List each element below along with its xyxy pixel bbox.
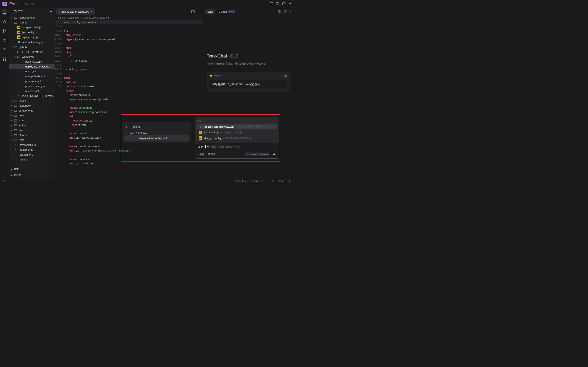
tree-item[interactable]: !npm-publish.yml [9,74,55,79]
divider [22,2,22,6]
svg-rect-16 [5,59,6,60]
breadcrumbs[interactable]: .github/ workflows/ ! deploy-site-previe… [55,16,203,20]
search-icon [25,2,28,5]
tree-item[interactable]: ▸stories [9,133,55,137]
svg-rect-24 [14,105,17,107]
image-button[interactable]: 🖼 图片 [208,153,215,156]
panel-bottom-icon[interactable] [276,2,279,6]
tree-item[interactable]: !pr_check.yml [9,79,55,83]
svg-rect-28 [14,125,17,126]
tree-item[interactable]: JSjest.config.js [9,30,55,35]
editor-tabs: ! deploy-site-preview.yml × ··· [55,8,203,16]
project-name[interactable]: 示例 [9,2,18,6]
account-icon[interactable] [288,2,292,6]
activity-debug[interactable] [2,47,7,53]
tree-item[interactable]: ▸ISSUE_TEMPLATE [9,49,55,54]
tree-item[interactable]: !build_size.yml [9,59,55,64]
chat-tabs: Chat Builder Beta × [203,8,294,16]
tree-item[interactable]: ○.browserslistrc [9,142,55,147]
more-icon[interactable]: ··· [198,10,201,13]
svg-rect-21 [17,51,20,53]
activity-grid[interactable] [2,56,7,62]
code-editor[interactable]: 1 2 3 4 5 6 7 8 9 10 11 12 13 14 15 16 1… [55,20,203,178]
tree-item[interactable]: ▾.codesandbox [9,15,55,20]
beta-badge: Beta [228,10,235,13]
sidebar-header: ▾ 文件 [9,8,55,15]
tree-item[interactable]: ⬢webpack.config.js [9,40,55,44]
encoding[interactable]: UTF-8 [261,180,268,183]
panel-left-icon[interactable] [270,2,273,6]
send-button[interactable] [272,152,277,156]
tree-item[interactable]: JSdocgen.config.js [9,25,55,30]
model-selector[interactable]: ⬡Claude-3.5-Sonnet [245,152,269,156]
tree-item[interactable]: ○.eslintignore [9,152,55,157]
activity-target[interactable] [2,19,7,25]
editor-tab[interactable]: ! deploy-site-preview.yml × [56,8,95,15]
tree-item[interactable]: ▸scripts [9,123,55,128]
suggestion-item[interactable]: JSjest.config.js .config/jest.config.js [197,129,277,135]
collapse-icon[interactable] [49,10,52,13]
tree-item[interactable]: ▸components [9,108,55,113]
tree-item[interactable]: ⬇PULL_REQUEST_TEMP... [9,93,55,98]
svg-point-7 [4,21,5,22]
chat-input-box[interactable]: #File: 🔍 请输入要搜索的文件名称 # 引用 🖼 图片 ⬡Claude-3… [195,143,279,159]
shuffle-icon[interactable] [284,75,287,77]
popup-file-item[interactable]: !deploy-site-preview.yml [124,135,189,141]
svg-rect-20 [14,46,17,48]
chevron-down-icon [16,3,18,5]
timeline-panel[interactable]: ▸时间线 [9,172,55,178]
tree-item[interactable]: ▸.husky [9,98,55,103]
tab-chat[interactable]: Chat [205,9,215,15]
global-search[interactable]: 搜索 [25,2,268,6]
tree-item[interactable]: ○.eslintrc [9,157,55,162]
suggestion-item[interactable]: !deploy-site-preview.yml .github/workflo… [197,124,277,129]
panel-right-icon[interactable] [282,2,285,6]
tree-item[interactable]: !release.yml [9,89,55,93]
activity-eye[interactable] [2,38,7,43]
tab-builder[interactable]: Builder Beta [216,9,237,15]
tree-item[interactable]: ▾.github [9,44,55,49]
outline-panel[interactable]: ▸大纲 [9,166,55,172]
search-icon: 🔍 [207,145,210,149]
svg-rect-17 [14,11,16,12]
svg-rect-25 [14,110,17,111]
tree-item[interactable]: ▸site [9,128,55,133]
new-chat-icon[interactable] [277,10,281,13]
tree-item[interactable]: ▸hooks [9,113,55,118]
tree-item[interactable]: ▸tests [9,137,55,142]
suggestion-item[interactable]: JSdocgen.config.js .config/docgen.config… [197,135,277,141]
popup-header: File [197,119,277,122]
language-mode[interactable]: YAML [278,180,285,183]
bell-icon[interactable] [289,180,292,183]
svg-rect-5 [3,11,6,13]
tree-item[interactable]: !deploy-site-preview.... [9,64,55,69]
errors-count[interactable]: ⓧ0 [2,179,7,183]
warnings-count[interactable]: ⚠0 [9,180,13,183]
tree-item[interactable]: ▾workflows [9,54,55,59]
close-icon[interactable]: × [290,10,292,13]
titlebar: 示 示例 搜索 [0,0,294,8]
eol[interactable]: LF [272,180,275,183]
svg-rect-18 [14,17,17,18]
popup-file-item[interactable]: .github [124,124,189,130]
tree-item[interactable]: !main.yml [9,69,55,74]
tree-item[interactable]: !preview-start.yml [9,83,55,89]
tree-item[interactable]: JSstyle.config.js [9,35,55,40]
tree-item[interactable]: ▾.config [9,20,55,25]
chevron-down-icon[interactable]: ▾ [11,10,12,12]
svg-rect-15 [3,59,4,60]
history-icon[interactable] [284,10,287,13]
tree-item[interactable]: ▸.storybook [9,103,55,108]
tree-item[interactable]: ▸icon [9,118,55,123]
reference-button[interactable]: # 引用 [198,153,205,156]
close-icon[interactable]: × [91,10,92,13]
file-suggestions-popup: File !deploy-site-preview.yml .github/wo… [195,117,279,143]
popup-file-item[interactable]: workflows [124,130,189,135]
activity-explorer[interactable] [2,9,7,15]
cursor-position[interactable]: 行 1, 列 1 [236,179,246,183]
svg-point-11 [4,40,5,41]
split-editor-icon[interactable] [191,10,195,13]
activity-branch[interactable] [2,28,7,34]
tree-item[interactable]: ⚙.editorconfig [9,147,55,152]
indentation[interactable]: 空格: 2 [250,179,258,183]
